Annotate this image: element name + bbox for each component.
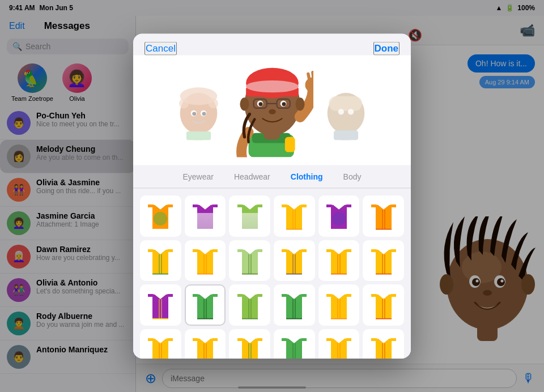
svg-rect-104: [331, 302, 347, 318]
svg-point-48: [338, 109, 343, 114]
clothing-grid-container: [133, 189, 411, 359]
svg-rect-120: [242, 347, 258, 359]
svg-point-34: [258, 102, 262, 106]
clothing-item-20[interactable]: [185, 329, 226, 359]
clothing-item-7[interactable]: [140, 240, 181, 281]
clothing-item-11[interactable]: [318, 240, 360, 281]
svg-point-20: [202, 112, 206, 116]
clothing-item-22[interactable]: [274, 329, 315, 359]
svg-point-43: [295, 97, 304, 110]
svg-point-35: [282, 102, 286, 106]
clothing-item-2[interactable]: [185, 195, 226, 237]
svg-rect-128: [331, 347, 347, 359]
svg-point-16: [208, 99, 218, 108]
clothing-item-3[interactable]: [229, 195, 270, 237]
svg-point-42: [240, 97, 249, 110]
svg-rect-68: [197, 258, 213, 274]
svg-line-39: [312, 73, 313, 78]
clothing-item-17[interactable]: [318, 284, 360, 326]
clothing-item-15[interactable]: [229, 284, 270, 326]
svg-rect-53: [242, 213, 258, 229]
clothing-item-1[interactable]: [140, 195, 181, 237]
svg-rect-92: [197, 302, 213, 318]
memoji-preview-main: [230, 67, 314, 157]
clothing-item-18[interactable]: [363, 284, 404, 326]
svg-rect-108: [376, 302, 392, 318]
memoji-editor-modal: Cancel Done: [133, 34, 411, 359]
svg-rect-84: [376, 258, 392, 274]
svg-rect-60: [376, 213, 392, 229]
svg-rect-44: [284, 137, 295, 152]
svg-rect-55: [286, 213, 302, 229]
clothing-item-23[interactable]: [318, 329, 360, 359]
clothing-item-19[interactable]: [140, 329, 181, 359]
svg-rect-112: [152, 347, 168, 359]
clothing-item-6[interactable]: [363, 195, 404, 237]
svg-rect-96: [242, 302, 258, 318]
clothing-item-16[interactable]: [274, 284, 315, 326]
svg-rect-50: [333, 130, 358, 140]
clothing-item-13[interactable]: [140, 284, 181, 326]
svg-point-15: [178, 99, 188, 108]
clothing-item-8[interactable]: [185, 240, 226, 281]
clothing-item-9[interactable]: [229, 240, 270, 281]
memoji-preview-right: [320, 84, 371, 140]
svg-rect-100: [286, 302, 302, 318]
clothing-item-12[interactable]: [363, 240, 404, 281]
memoji-preview-left: [173, 84, 224, 140]
svg-rect-52: [197, 213, 213, 229]
clothing-grid: [140, 195, 404, 359]
svg-rect-76: [286, 258, 302, 274]
svg-rect-21: [186, 131, 210, 140]
clothing-item-4[interactable]: [274, 195, 315, 237]
svg-rect-80: [331, 258, 347, 274]
svg-rect-72: [242, 258, 258, 274]
clothing-item-14[interactable]: [185, 284, 226, 326]
svg-rect-88: [152, 302, 168, 318]
memoji-preview-area: [133, 56, 411, 165]
svg-point-19: [192, 112, 196, 116]
category-tabs: Eyewear Headwear Clothing Body: [133, 165, 411, 189]
svg-point-36: [269, 109, 275, 114]
clothing-item-10[interactable]: [274, 240, 315, 281]
svg-rect-132: [376, 347, 392, 359]
svg-rect-124: [286, 347, 302, 359]
home-indicator: [238, 386, 306, 389]
tab-headwear[interactable]: Headwear: [224, 169, 280, 185]
svg-point-58: [332, 212, 346, 225]
svg-point-49: [347, 109, 353, 114]
svg-point-51: [154, 212, 167, 225]
svg-rect-116: [197, 347, 213, 359]
tab-body[interactable]: Body: [333, 169, 372, 185]
svg-rect-47: [329, 96, 362, 111]
svg-line-38: [308, 74, 309, 79]
cancel-button[interactable]: Cancel: [144, 42, 177, 56]
clothing-item-21[interactable]: [229, 329, 270, 359]
clothing-item-24[interactable]: [363, 329, 404, 359]
svg-rect-64: [152, 258, 168, 274]
clothing-item-5[interactable]: [318, 195, 360, 237]
svg-point-28: [246, 80, 299, 92]
tab-clothing[interactable]: Clothing: [280, 169, 333, 185]
tab-eyewear[interactable]: Eyewear: [173, 169, 224, 185]
done-button[interactable]: Done: [373, 42, 400, 56]
modal-header: Cancel Done: [133, 34, 411, 56]
